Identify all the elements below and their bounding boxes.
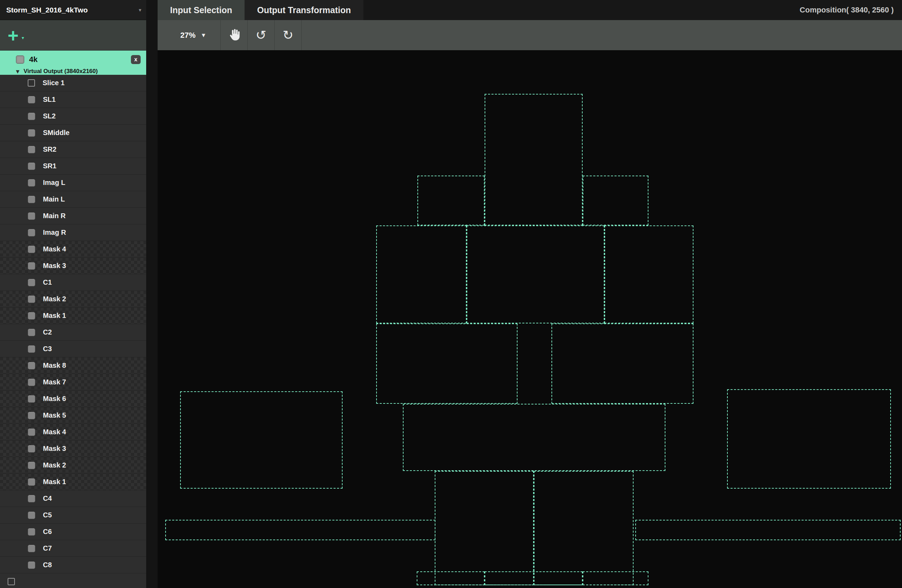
slice-indicator[interactable] — [28, 478, 35, 486]
slice-row[interactable]: Slice 1 — [0, 75, 146, 91]
pan-hand-button[interactable] — [221, 20, 247, 50]
slice-outline[interactable] — [485, 571, 583, 585]
slice-outline[interactable] — [583, 175, 648, 225]
slice-indicator[interactable] — [28, 428, 35, 436]
slice-indicator[interactable] — [28, 561, 35, 569]
slice-row[interactable]: C2 — [0, 324, 146, 341]
selected-output-item[interactable]: 4k x ▼ Virtual Output (3840x2160) — [0, 50, 146, 75]
slice-row[interactable]: SR2 — [0, 141, 146, 158]
slice-row[interactable]: C4 — [0, 490, 146, 507]
slice-outline[interactable] — [403, 404, 666, 471]
slice-outline[interactable] — [467, 225, 604, 324]
slice-indicator[interactable] — [28, 113, 35, 120]
slice-indicator[interactable] — [28, 328, 35, 336]
slice-outline[interactable] — [635, 520, 900, 540]
slice-indicator[interactable] — [28, 528, 35, 536]
expander-triangle-icon[interactable]: ▼ — [16, 69, 19, 74]
slice-indicator[interactable] — [28, 229, 35, 236]
panel-divider — [146, 0, 158, 588]
slice-indicator[interactable] — [28, 146, 35, 153]
slice-indicator[interactable] — [28, 195, 35, 203]
slice-indicator[interactable] — [28, 412, 35, 419]
slice-outline[interactable] — [604, 225, 694, 324]
slice-checkbox[interactable] — [28, 79, 35, 87]
slice-indicator[interactable] — [28, 345, 35, 353]
slice-label: C2 — [43, 328, 52, 336]
slice-row[interactable]: C1 — [0, 274, 146, 291]
slice-indicator[interactable] — [28, 511, 35, 519]
slice-checkbox[interactable] — [8, 578, 15, 585]
slice-row[interactable]: SL2 — [0, 108, 146, 125]
slice-indicator[interactable] — [28, 495, 35, 502]
slice-row[interactable]: C3 — [0, 341, 146, 357]
tab-output-transformation[interactable]: Output Transformation — [244, 0, 363, 20]
slice-indicator[interactable] — [28, 362, 35, 369]
slice-indicator[interactable] — [28, 312, 35, 320]
slice-indicator[interactable] — [28, 163, 35, 170]
slice-row[interactable]: Mask 1 — [0, 308, 146, 324]
slice-row[interactable]: Mask 2 — [0, 291, 146, 308]
slice-indicator[interactable] — [28, 179, 35, 187]
undo-button[interactable]: ↺ — [247, 20, 275, 50]
slice-outline[interactable] — [376, 324, 517, 404]
slice-indicator[interactable] — [28, 445, 35, 453]
add-slice-button[interactable]: + ▾ — [8, 28, 24, 43]
slice-outline[interactable] — [180, 391, 343, 489]
slice-row[interactable] — [0, 574, 146, 588]
slice-outline[interactable] — [534, 471, 634, 585]
slice-row[interactable]: C8 — [0, 557, 146, 574]
slice-row[interactable]: Mask 7 — [0, 374, 146, 391]
slice-label: Mask 3 — [43, 262, 66, 270]
slice-label: Mask 2 — [43, 295, 66, 303]
slice-row[interactable]: Mask 8 — [0, 357, 146, 374]
slice-row[interactable]: Main L — [0, 191, 146, 208]
slice-outline[interactable] — [727, 389, 891, 489]
slice-indicator[interactable] — [28, 461, 35, 469]
slice-outline[interactable] — [165, 520, 435, 540]
slice-outline[interactable] — [417, 175, 485, 225]
slice-indicator[interactable] — [28, 129, 35, 137]
slice-row[interactable]: Mask 5 — [0, 407, 146, 424]
slice-outline[interactable] — [583, 571, 648, 585]
slice-indicator[interactable] — [28, 296, 35, 303]
slice-label: SL1 — [43, 95, 56, 103]
slice-indicator[interactable] — [28, 246, 35, 253]
slice-outline[interactable] — [376, 225, 467, 324]
slice-label: C8 — [43, 561, 52, 569]
slice-row[interactable]: Imag L — [0, 175, 146, 191]
slice-label: Mask 8 — [43, 361, 66, 369]
close-button[interactable]: x — [131, 55, 141, 64]
slice-indicator[interactable] — [28, 212, 35, 220]
tab-input-selection[interactable]: Input Selection — [158, 0, 244, 20]
slice-outline[interactable] — [417, 571, 485, 585]
slice-outline[interactable] — [551, 324, 694, 404]
slice-indicator[interactable] — [28, 395, 35, 403]
slice-row[interactable]: SL1 — [0, 91, 146, 108]
slice-outline[interactable] — [435, 471, 534, 585]
slice-row[interactable]: Mask 2 — [0, 457, 146, 474]
slice-row[interactable]: Mask 4 — [0, 424, 146, 441]
slice-row[interactable]: Mask 4 — [0, 241, 146, 258]
slice-indicator[interactable] — [28, 262, 35, 270]
slice-row[interactable]: Main R — [0, 208, 146, 224]
slice-row[interactable]: C5 — [0, 507, 146, 524]
output-enable-checkbox[interactable] — [16, 55, 24, 64]
slice-row[interactable]: Mask 3 — [0, 441, 146, 457]
slice-row[interactable]: C6 — [0, 524, 146, 540]
slice-indicator[interactable] — [28, 378, 35, 386]
slice-row[interactable]: SMiddle — [0, 125, 146, 141]
slice-row[interactable]: Mask 6 — [0, 391, 146, 407]
slice-indicator[interactable] — [28, 96, 35, 103]
zoom-control[interactable]: 27% ▼ — [165, 20, 221, 50]
slice-row[interactable]: Mask 1 — [0, 474, 146, 490]
preset-dropdown[interactable]: Storm_SH_2016_4kTwo ▾ — [0, 0, 146, 20]
slice-indicator[interactable] — [28, 279, 35, 286]
slice-indicator[interactable] — [28, 545, 35, 552]
slice-row[interactable]: SR1 — [0, 158, 146, 175]
slice-row[interactable]: Mask 3 — [0, 258, 146, 274]
slice-outline[interactable] — [485, 94, 583, 225]
slice-row[interactable]: Imag R — [0, 224, 146, 241]
redo-button[interactable]: ↻ — [275, 20, 302, 50]
output-canvas[interactable] — [158, 50, 902, 588]
slice-row[interactable]: C7 — [0, 540, 146, 557]
